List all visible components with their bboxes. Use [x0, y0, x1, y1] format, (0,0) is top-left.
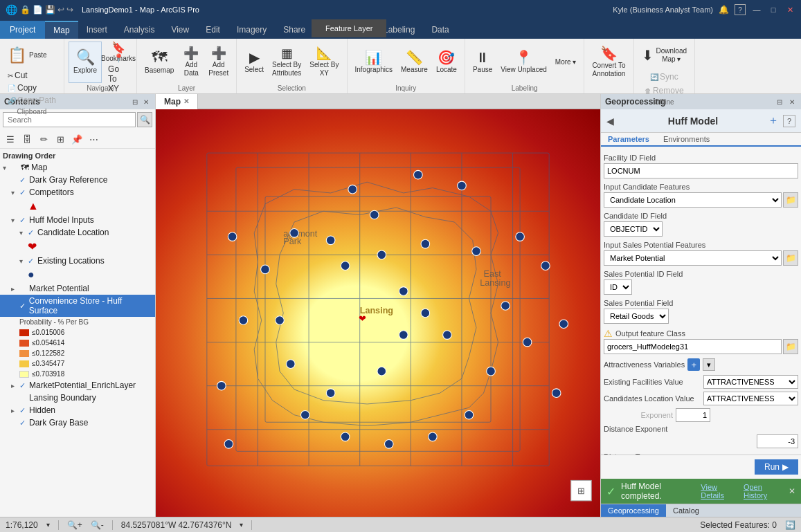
convert-annotation-button[interactable]: 🔖 Convert ToAnnotation	[588, 42, 629, 83]
geo-add-btn[interactable]: ＋	[768, 113, 779, 128]
more-button[interactable]: More ▾	[552, 42, 580, 83]
tree-map[interactable]: ▾ 🗺 Map	[0, 161, 155, 174]
tree-market-potential[interactable]: ▸ Market Potential	[0, 282, 155, 295]
copy-button[interactable]: 📄 Copy	[4, 82, 40, 94]
tree-hidden[interactable]: ▸ ✓ Hidden	[0, 404, 155, 416]
tab-environments[interactable]: Environments	[656, 133, 717, 145]
candidate-features-folder-btn[interactable]: 📁	[783, 192, 798, 208]
panel-close-btn[interactable]: ✕	[141, 97, 151, 107]
sales-potential-folder-btn[interactable]: 📁	[783, 250, 798, 266]
cut-button[interactable]: ✂ Cut	[4, 69, 31, 82]
check-dark-gray-ref[interactable]: ✓	[19, 176, 29, 185]
map-tab[interactable]: Map ✕	[156, 94, 198, 109]
goto-xy-button[interactable]: 📍 Go To XY	[105, 64, 132, 82]
check-market-enrich[interactable]: ✓	[19, 381, 29, 390]
tab-edit[interactable]: Edit	[197, 21, 228, 39]
undo-btn[interactable]: ↩	[57, 5, 64, 15]
attractiveness-chevron-btn[interactable]: ▾	[703, 358, 715, 371]
tab-imagery[interactable]: Imagery	[228, 21, 275, 39]
check-existing[interactable]: ✓	[28, 257, 37, 266]
tab-geoprocessing[interactable]: Geoprocessing	[601, 504, 666, 517]
close-btn[interactable]: ✕	[784, 4, 795, 15]
infographics-button[interactable]: 📊 Infographics	[352, 42, 396, 83]
measure-button[interactable]: 📏 Measure	[397, 42, 431, 83]
maximize-btn[interactable]: □	[768, 4, 779, 15]
tb-btn-cylinder[interactable]: 🗄	[19, 131, 35, 147]
tab-insert[interactable]: Insert	[78, 21, 116, 39]
help-btn[interactable]: ?	[735, 4, 746, 15]
sync-button[interactable]: 🔄 Sync	[647, 71, 682, 83]
locate-button[interactable]: 🎯 Locate	[433, 42, 460, 83]
scale-dropdown-btn[interactable]: ▾	[46, 521, 50, 529]
new-btn[interactable]: 📄	[33, 5, 43, 15]
tb-btn-edit[interactable]: ✏	[36, 131, 51, 147]
select-sales-potential[interactable]: Market Potential	[604, 250, 782, 266]
run-button[interactable]: Run ▶	[755, 459, 798, 475]
tb-btn-select[interactable]: 📌	[69, 131, 84, 147]
tab-map[interactable]: Map	[45, 21, 78, 39]
tab-analysis[interactable]: Analysis	[116, 21, 163, 39]
zoom-btn-out[interactable]: 🔍-	[91, 520, 104, 530]
save-btn[interactable]: 💾	[45, 5, 55, 15]
tb-btn-filter[interactable]: ⊞	[53, 131, 68, 147]
input-facility-id[interactable]	[604, 163, 798, 178]
candidate-location-symbol[interactable]: ❤	[359, 314, 366, 324]
panel-auto-hide-btn[interactable]: ⊟	[130, 97, 140, 107]
input-distance-exponent[interactable]	[757, 434, 798, 448]
quick-access-btn[interactable]: 🔒	[20, 5, 30, 15]
tab-catalog[interactable]: Catalog	[666, 504, 706, 517]
select-sales-potential-id[interactable]: ID	[604, 279, 632, 295]
tree-huff-model[interactable]: ▾ ✓ Huff Model Inputs	[0, 214, 155, 226]
notification-icon[interactable]: 🔔	[719, 5, 729, 15]
map-canvas[interactable]: Lansing agemont Park East Lansing ❤	[156, 109, 600, 517]
redo-btn[interactable]: ↪	[66, 5, 73, 15]
geo-pin-btn[interactable]: ⊟	[775, 97, 784, 107]
expand-candidate[interactable]: ▾	[19, 229, 28, 237]
add-data-button[interactable]: ➕ AddData	[179, 42, 204, 83]
search-button[interactable]: 🔍	[137, 112, 152, 127]
paste-button[interactable]: 📋 Paste	[4, 42, 51, 69]
expand-market-enrich[interactable]: ▸	[11, 382, 19, 389]
success-close-btn[interactable]: ✕	[789, 486, 795, 496]
map-tab-close[interactable]: ✕	[183, 98, 189, 105]
output-feature-folder-btn[interactable]: 📁	[783, 339, 798, 354]
select-by-attr-button[interactable]: ▦ Select ByAttributes	[269, 42, 305, 83]
tree-convenience-store[interactable]: ✓ Convenience Store - Huff Surface	[0, 295, 155, 317]
download-map-button[interactable]: ⬇ DownloadMap ▾	[638, 42, 690, 69]
select-existing-facilities[interactable]: ATTRACTIVENESS	[703, 375, 798, 389]
expand-huff-model[interactable]: ▾	[11, 217, 19, 224]
select-candidates-location[interactable]: ATTRACTIVENESS	[703, 392, 798, 405]
geo-help-btn[interactable]: ?	[783, 115, 795, 127]
check-candidate[interactable]: ✓	[28, 228, 37, 237]
expand-hidden[interactable]: ▸	[11, 407, 19, 414]
check-dark-gray-base[interactable]: ✓	[19, 419, 29, 428]
select-candidate-features[interactable]: Candidate Location	[604, 192, 782, 208]
tb-btn-more[interactable]: ⋯	[86, 131, 101, 147]
input-exponent[interactable]	[676, 408, 710, 422]
tree-dark-gray-ref[interactable]: ✓ Dark Gray Reference	[0, 174, 155, 186]
tab-data[interactable]: Data	[423, 21, 457, 39]
tb-btn-list[interactable]: ☰	[3, 131, 18, 147]
check-competitors[interactable]: ✓	[19, 188, 29, 197]
tree-competitors[interactable]: ▾ ✓ Competitors	[0, 186, 155, 199]
add-preset-button[interactable]: ➕ AddPreset	[205, 42, 232, 83]
input-output-feature[interactable]	[604, 339, 782, 354]
tab-share[interactable]: Share	[275, 21, 314, 39]
attractiveness-add-btn[interactable]: +	[687, 358, 700, 371]
basemap-button[interactable]: 🗺 Basemap	[141, 42, 177, 83]
select-candidate-id[interactable]: OBJECTID	[604, 221, 663, 237]
tree-market-enrich[interactable]: ▸ ✓ MarketPotential_EnrichLayer	[0, 379, 155, 392]
feature-layer-tab[interactable]: Feature Layer	[312, 19, 386, 37]
select-button[interactable]: ▶ Select	[241, 42, 267, 83]
expand-map[interactable]: ▾	[3, 164, 11, 172]
check-convenience[interactable]: ✓	[19, 302, 29, 311]
select-sales-potential-field[interactable]: Retail Goods	[604, 309, 669, 324]
open-history-link[interactable]: Open History	[744, 483, 783, 499]
tree-candidate-location[interactable]: ▾ ✓ Candidate Location	[0, 226, 155, 239]
expand-competitors[interactable]: ▾	[11, 189, 19, 196]
tree-lansing-boundary[interactable]: Lansing Boundary	[0, 392, 155, 404]
tab-view[interactable]: View	[163, 21, 197, 39]
check-huff-model[interactable]: ✓	[19, 216, 29, 225]
copy-path-button[interactable]: 🔗 Copy Path	[4, 94, 60, 107]
geo-back-btn[interactable]: ◀	[606, 116, 614, 127]
